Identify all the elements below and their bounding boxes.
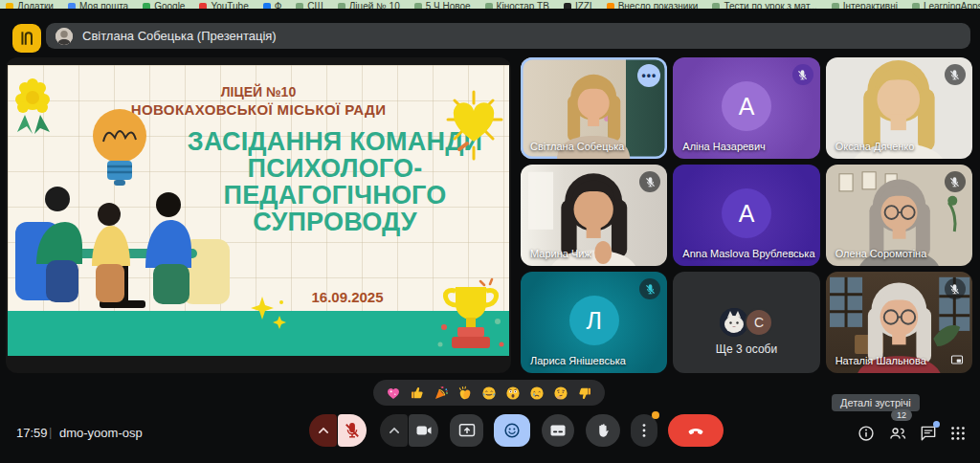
mic-off-icon (948, 283, 961, 296)
sun-heart-illustration (440, 86, 507, 165)
video-camera-icon (414, 421, 434, 440)
notification-dot (652, 411, 659, 419)
reactions-button[interactable] (494, 414, 530, 447)
divider: | (49, 425, 52, 439)
participant-tile-larysa-yanishevska[interactable]: Л Лариса Янішевська (521, 272, 667, 373)
participant-name-label: Anna Maslova Врублевська (682, 248, 814, 259)
avatar-initial: С (754, 315, 764, 330)
bookmark-item[interactable]: LearningApps (912, 1, 980, 9)
mic-off-icon (343, 421, 362, 440)
favicon-icon (712, 3, 720, 10)
microphone-mute-button[interactable] (338, 414, 367, 447)
reaction-tears-of-joy-icon[interactable] (480, 385, 498, 402)
bookmark-item[interactable]: Додатки (6, 1, 54, 9)
participant-tile-oksana-diachenko[interactable]: Оксана Дяченко (826, 57, 972, 159)
camera-toggle-button[interactable] (409, 414, 438, 447)
end-call-button[interactable] (668, 414, 724, 447)
reaction-sparkling-heart-icon[interactable] (385, 385, 402, 402)
bookmark-label: Тести по урок з мат... (724, 1, 816, 9)
avatar-initial: Л (586, 306, 601, 334)
bookmark-item[interactable]: IZZI (564, 1, 592, 9)
bookmark-label: Google (154, 1, 185, 9)
participant-tile-svitlana-sobetska[interactable]: ••• Світлана Собецька (521, 57, 667, 159)
more-participants-tile[interactable]: С Ще 3 особи (673, 272, 819, 373)
favicon-icon (263, 3, 271, 10)
end-call-icon (686, 421, 705, 440)
activities-button[interactable] (948, 424, 968, 443)
participant-name-label: Наталія Шальнова (835, 355, 926, 366)
reaction-clapping-hands-icon[interactable] (457, 385, 474, 402)
bookmark-item[interactable]: Внесло показники (607, 1, 699, 9)
participant-tile-maryna-chyzh[interactable]: Марина Чиж (521, 165, 667, 266)
meeting-code-label: dmo-yoom-osp (59, 426, 143, 440)
slide-date: 16.09.2025 (295, 289, 400, 305)
participant-tile-anna-maslova[interactable]: А Anna Maslova Врублевська (673, 165, 819, 266)
participant-tile-natalia-shalnova[interactable]: Наталія Шальнова (826, 272, 972, 373)
bookmark-item[interactable]: Тести по урок з мат... (712, 1, 816, 9)
avatar-photo-icon (56, 28, 73, 45)
participant-name-label: Лариса Янішевська (530, 355, 626, 366)
captions-button[interactable] (542, 414, 574, 447)
app-logo[interactable] (12, 24, 41, 53)
participant-grid: ••• Світлана Собецька А Аліна Назаревич … (521, 57, 972, 373)
bookmark-label: YouTube (211, 1, 248, 9)
reaction-thinking-face-icon[interactable] (552, 385, 569, 402)
present-screen-button[interactable] (450, 414, 483, 447)
reaction-party-popper-icon[interactable] (433, 385, 450, 402)
captions-icon (548, 421, 568, 440)
mic-options-chevron-button[interactable] (309, 414, 337, 447)
favicon-icon (912, 3, 920, 10)
mic-muted-badge (792, 64, 813, 85)
reaction-crying-face-icon[interactable] (528, 385, 546, 402)
picture-in-picture-icon[interactable] (948, 353, 966, 366)
bookmark-item[interactable]: Ф (263, 1, 282, 9)
reaction-thumbs-up-icon[interactable] (409, 385, 426, 402)
meet-app-window: Додатки Моя пошта Google YouTube Ф СШ Лі… (0, 0, 980, 463)
bookmark-item[interactable]: Моя пошта (68, 1, 128, 9)
raise-hand-button[interactable] (586, 414, 620, 447)
mic-off-icon (948, 176, 961, 188)
participant-name-label: Марина Чиж (530, 248, 591, 259)
slide-canvas: ЛІЦЕЙ №10 НОВОКАХОВСЬКОЇ МІСЬКОЇ РАДИ ЗА… (8, 65, 509, 356)
bookmark-label: IZZI (575, 1, 592, 9)
chat-notification-dot (933, 421, 940, 428)
favicon-icon (832, 3, 839, 10)
bookmark-item[interactable]: СШ (296, 1, 323, 9)
favicon-icon (199, 3, 207, 10)
reaction-thumbs-down-icon[interactable] (576, 385, 593, 402)
favicon-icon (296, 3, 303, 10)
more-options-button[interactable] (631, 414, 657, 447)
bookmark-item[interactable]: Google (143, 1, 185, 9)
mic-muted-badge (945, 171, 966, 192)
raised-hand-icon (593, 421, 612, 440)
presentation-tile[interactable]: ЛІЦЕЙ №10 НОВОКАХОВСЬКОЇ МІСЬКОЇ РАДИ ЗА… (6, 57, 511, 373)
meeting-details-button[interactable] (857, 424, 876, 443)
mic-off-icon (948, 69, 961, 81)
mic-off-icon (644, 176, 657, 188)
chevron-up-icon (314, 421, 333, 440)
presenter-banner: Світлана Собецька (Презентація) (46, 23, 970, 49)
favicon-icon (564, 3, 571, 10)
bookmark-item[interactable]: 5 Ч Новое (414, 1, 471, 9)
trophy-illustration (433, 277, 509, 356)
apps-grid-icon (948, 424, 968, 443)
participant-tile-alina-nazarevych[interactable]: А Аліна Назаревич (673, 57, 819, 159)
bookmark-item[interactable]: Кіностар ТВ (485, 1, 549, 9)
bookmark-item[interactable]: Ліцей № 10 (338, 1, 400, 9)
participant-name-label: Аліна Назаревич (682, 141, 766, 152)
reaction-astonished-face-icon[interactable] (504, 385, 522, 402)
presenter-name-label: Світлана Собецька (Презентація) (82, 29, 277, 43)
bookmark-label: Інтерактивні (843, 1, 898, 9)
participant-tile-olena-soromotina[interactable]: Олена Соромотіна (826, 165, 972, 266)
sparkles-illustration (247, 295, 289, 337)
bookmark-item[interactable]: Інтерактивні (832, 1, 898, 9)
bookmark-label: СШ (307, 1, 323, 9)
chevron-up-icon (385, 421, 404, 440)
letter-avatar: С (745, 308, 773, 337)
favicon-icon (6, 3, 13, 10)
mic-muted-badge (945, 278, 966, 299)
camera-options-chevron-button[interactable] (380, 414, 408, 447)
participant-name-label: Оксана Дяченко (835, 141, 915, 152)
bookmark-item[interactable]: YouTube (199, 1, 248, 9)
show-participants-button[interactable] (888, 424, 907, 443)
